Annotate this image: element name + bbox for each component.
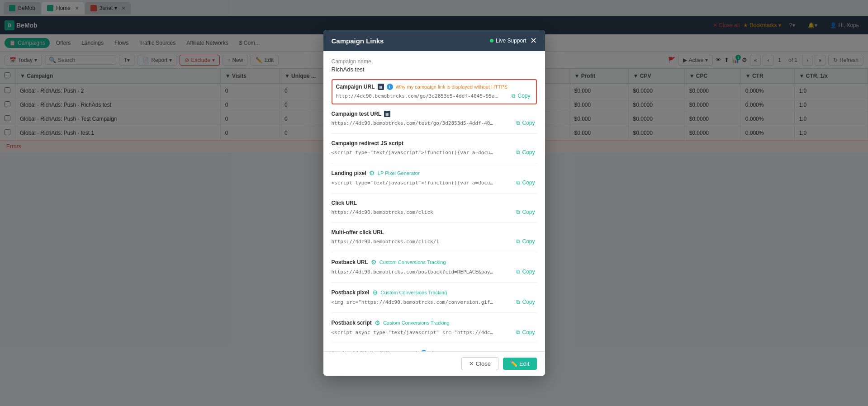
info-icon-campaign-url[interactable]: i <box>387 84 393 90</box>
link-campaign-url-title: Campaign URL <box>336 84 375 90</box>
modal-header: Campaign Links Live Support ✕ <box>323 30 545 51</box>
link-redirect-js-value: <script type="text/javascript">!function… <box>332 150 494 152</box>
campaign-name-value: RichAds test <box>332 66 537 73</box>
live-dot <box>490 39 493 42</box>
qr-icon[interactable]: ▦ <box>378 84 384 90</box>
modal-overlay: Campaign Links Live Support ✕ Campaign n… <box>0 0 868 152</box>
link-test-url-title: Campaign test URL <box>332 111 382 117</box>
copy-icon-test: ⧉ <box>516 120 520 126</box>
link-row-campaign-url: Campaign URL ▦ i Why my campaign link is… <box>332 79 537 104</box>
modal-header-right: Live Support ✕ <box>490 37 536 45</box>
no-https-warning[interactable]: Why my campaign link is displayed withou… <box>396 84 508 90</box>
campaign-links-modal: Campaign Links Live Support ✕ Campaign n… <box>323 30 545 152</box>
link-redirect-js-header: Campaign redirect JS script <box>332 140 537 146</box>
qr-icon-test[interactable]: ▦ <box>384 111 390 117</box>
copy-redirect-js-button[interactable]: ⧉ Copy <box>514 148 536 152</box>
link-test-url-content: https://4dc90.bemobtrcks.com/test/go/3d2… <box>332 119 537 127</box>
copy-test-url-button[interactable]: ⧉ Copy <box>514 119 536 127</box>
link-row-test-url: Campaign test URL ▦ https://4dc90.bemobt… <box>332 111 537 134</box>
copy-icon-redirect: ⧉ <box>516 149 520 152</box>
modal-body: Campaign name RichAds test Campaign URL … <box>323 51 545 152</box>
copy-icon: ⧉ <box>512 93 516 99</box>
link-campaign-url-content: http://4dc90.bemobtrcks.com/go/3d2853d5-… <box>336 92 532 100</box>
live-support[interactable]: Live Support <box>490 38 526 44</box>
link-row-redirect-js: Campaign redirect JS script <script type… <box>332 140 537 152</box>
link-campaign-url-value: http://4dc90.bemobtrcks.com/go/3d2853d5-… <box>336 93 499 99</box>
copy-campaign-url-button[interactable]: ⧉ Copy <box>510 92 532 100</box>
link-test-url-value: https://4dc90.bemobtrcks.com/test/go/3d2… <box>332 120 494 126</box>
modal-close-button[interactable]: ✕ <box>530 37 537 45</box>
link-campaign-url-header: Campaign URL ▦ i Why my campaign link is… <box>336 84 532 90</box>
link-redirect-js-content: <script type="text/javascript">!function… <box>332 148 537 152</box>
modal-title: Campaign Links <box>332 37 384 45</box>
campaign-name-row: Campaign name RichAds test <box>332 58 537 73</box>
link-test-url-header: Campaign test URL ▦ <box>332 111 537 117</box>
link-redirect-js-title: Campaign redirect JS script <box>332 140 403 146</box>
campaign-name-label: Campaign name <box>332 58 537 65</box>
